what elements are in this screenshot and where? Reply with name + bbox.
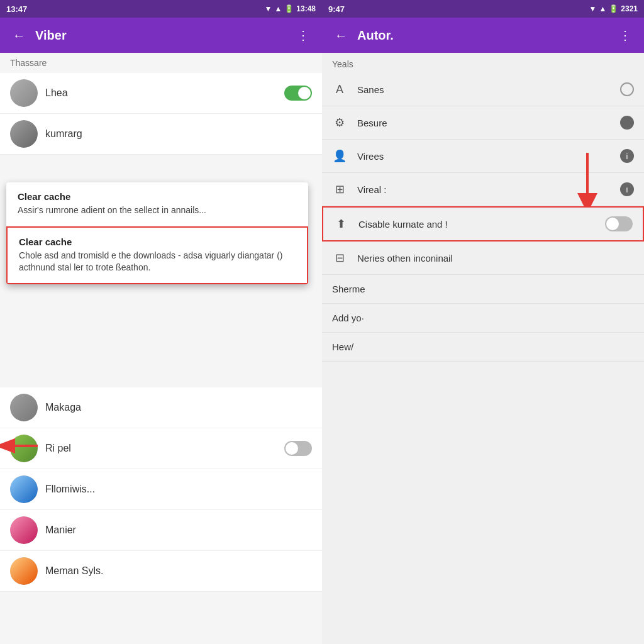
cisable-icon: ⬆ [333, 216, 348, 231]
left-panel: 13:47 ▼ ▲ 🔋 13:48 ← Viber ⋮ Thassare Lhe… [0, 0, 322, 644]
vireal-icon: ⊞ [332, 182, 347, 197]
toggle-ripel[interactable] [284, 441, 312, 456]
right-back-button[interactable]: ← [332, 26, 350, 45]
neries-icon: ⊟ [332, 250, 347, 265]
right-status-bar-right: ▼ ▲ 🔋 2321 [589, 4, 638, 13]
avatar-meman [10, 557, 38, 585]
besure-icon: ⚙ [332, 115, 347, 130]
right-time-right: 2321 [621, 4, 638, 13]
red-arrow-left [0, 433, 44, 458]
right-wifi-icon: ▼ [589, 4, 597, 13]
avatar-fllomiwis [10, 475, 38, 503]
signal-icon: ▲ [274, 4, 282, 13]
item-name-meman: Meman Syls. [45, 565, 312, 577]
item-name-manier: Manier [45, 525, 312, 536]
list-item-lhea[interactable]: Lhea [0, 73, 322, 114]
settings-item-sanes[interactable]: A Sanes [322, 73, 644, 106]
left-app-title: Viber [35, 28, 287, 43]
besure-radio[interactable] [620, 116, 634, 130]
avatar-makaga [10, 394, 38, 421]
cisable-toggle[interactable] [605, 216, 633, 231]
right-section-header: Yeals [322, 53, 644, 73]
list-item-makaga[interactable]: Makaga [0, 387, 322, 428]
right-status-bar: 9:47 ▼ ▲ 🔋 2321 [322, 0, 644, 18]
sanes-label: Sanes [357, 84, 610, 95]
item-name-ripel: Ri pel [45, 443, 277, 454]
neries-label: Neries othen inconinail [357, 253, 634, 264]
left-section-header: Thassare [0, 53, 322, 73]
item-name-lhea: Lhea [45, 87, 277, 99]
list-items-below: Makaga Ri pel Fl [0, 387, 322, 592]
wifi-icon: ▼ [265, 4, 272, 13]
sanes-icon: A [332, 82, 347, 97]
right-menu-button[interactable]: ⋮ [616, 25, 634, 45]
right-battery-icon: 🔋 [609, 4, 618, 13]
right-signal-icon: ▲ [599, 4, 606, 13]
left-menu-button[interactable]: ⋮ [294, 25, 312, 45]
settings-item-cisable[interactable]: ⬆ Cisable kurnate and ! [322, 206, 644, 242]
virees-icon: 👤 [332, 148, 347, 164]
right-app-bar: ← Autor. ⋮ [322, 18, 644, 53]
right-time-left: 9:47 [328, 4, 345, 14]
sanes-radio[interactable] [620, 82, 634, 96]
settings-item-neries[interactable]: ⊟ Neries othen inconinail [322, 242, 644, 275]
popup-item-1[interactable]: Clear cache Assir's rumrone adient on th… [6, 182, 308, 226]
item-name-makaga: Makaga [45, 402, 312, 413]
left-app-bar: ← Viber ⋮ [0, 18, 322, 53]
popup-card: Clear cache Assir's rumrone adient on th… [6, 182, 308, 284]
avatar-lhea [10, 79, 38, 107]
list-item-meman[interactable]: Meman Syls. [0, 551, 322, 592]
popup-item-2-desc: Chole asd and tromisld e the downloads -… [19, 250, 296, 274]
besure-label: Besure [357, 118, 610, 128]
list-item-manier[interactable]: Manier [0, 510, 322, 551]
list-item-fllomiwis[interactable]: Fllomiwis... [0, 469, 322, 510]
left-status-bar: 13:47 ▼ ▲ 🔋 13:48 [0, 0, 322, 18]
avatar-kumrarg [10, 120, 38, 148]
popup-item-1-title: Clear cache [18, 191, 297, 202]
virees-info[interactable]: i [620, 149, 634, 163]
battery-icon: 🔋 [284, 4, 294, 13]
avatar-manier [10, 516, 38, 544]
left-status-bar-right: ▼ ▲ 🔋 13:48 [265, 4, 316, 13]
settings-hew[interactable]: Hew/ [322, 333, 644, 362]
popup-item-2-title: Clear cache [19, 236, 296, 247]
list-item-kumrarg[interactable]: kumrarg [0, 114, 322, 155]
vireal-info[interactable]: i [620, 182, 634, 196]
toggle-lhea[interactable] [284, 86, 312, 101]
popup-item-2[interactable]: Clear cache Chole asd and tromisld e the… [6, 226, 308, 284]
item-name-kumrarg: kumrarg [45, 128, 312, 140]
right-panel: 9:47 ▼ ▲ 🔋 2321 ← Autor. ⋮ Yeals A Sanes… [322, 0, 644, 644]
settings-item-besure[interactable]: ⚙ Besure [322, 106, 644, 140]
right-time: 13:48 [296, 4, 316, 13]
list-item-ripel[interactable]: Ri pel [0, 428, 322, 469]
right-app-title: Autor. [357, 28, 609, 43]
left-time: 13:47 [6, 4, 27, 14]
item-name-fllomiwis: Fllomiwis... [45, 484, 312, 495]
settings-sherme[interactable]: Sherme [322, 275, 644, 304]
settings-add[interactable]: Add yo· [322, 304, 644, 333]
red-arrow-right [569, 150, 606, 213]
cisable-label: Cisable kurnate and ! [358, 219, 595, 230]
left-back-button[interactable]: ← [10, 26, 28, 45]
popup-item-1-desc: Assir's rumrone adient on the sellect in… [18, 204, 297, 217]
